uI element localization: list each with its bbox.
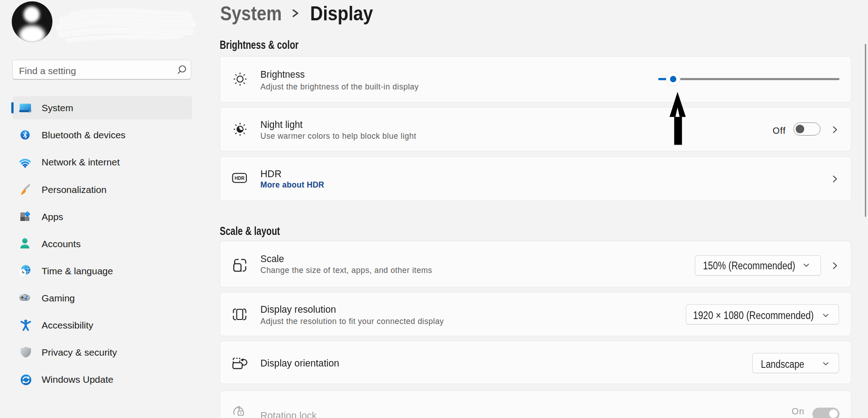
svg-text:HDR: HDR [235, 176, 245, 181]
